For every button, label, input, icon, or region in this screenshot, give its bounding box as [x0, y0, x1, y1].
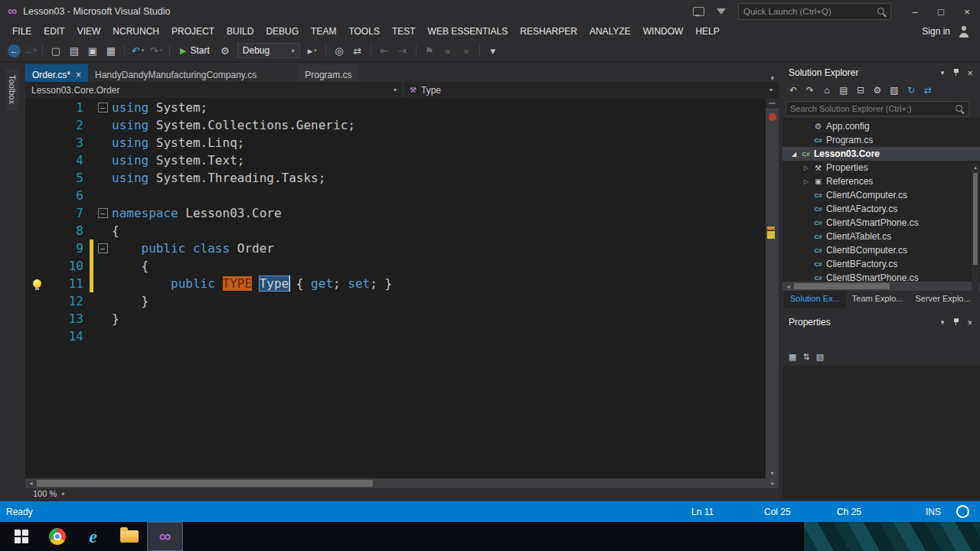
zoom-control[interactable]: 100 % ▾	[28, 489, 69, 498]
filter-icon[interactable]	[717, 8, 726, 15]
tree-item-program-cs[interactable]: C#Program.cs	[782, 133, 980, 147]
tab-program-cs[interactable]: Program.cs	[298, 64, 358, 82]
tree-item-clientbsmartphone-cs[interactable]: C#ClientBSmartPhone.cs	[782, 271, 980, 282]
code-line-7[interactable]: 7–namespace Lesson03.Core	[25, 204, 766, 222]
comment-icon[interactable]: «	[440, 43, 456, 58]
find-in-files-icon[interactable]: ◎	[332, 43, 347, 58]
internet-explorer-taskbar-button[interactable]: e	[75, 522, 111, 551]
close-icon[interactable]: ×	[76, 70, 81, 80]
undo-icon[interactable]: ↶▾	[130, 43, 145, 58]
collapse-region-icon[interactable]: –	[98, 243, 108, 253]
navigate-forward-icon[interactable]: →▾	[24, 44, 37, 57]
properties-window-icon[interactable]: ⚙	[870, 83, 885, 97]
tree-item-clientatablet-cs[interactable]: C#ClientATablet.cs	[782, 230, 980, 243]
file-explorer-taskbar-button[interactable]	[111, 522, 147, 551]
quick-launch[interactable]	[738, 3, 891, 20]
scroll-right-icon[interactable]: ▸	[767, 480, 779, 487]
start-button[interactable]: ▶Start	[180, 45, 210, 56]
solution-search-input[interactable]	[786, 104, 955, 113]
sync-with-active-icon[interactable]: ⇄	[920, 83, 936, 97]
tree-item-clientacomputer-cs[interactable]: C#ClientAComputer.cs	[782, 188, 980, 202]
navigate-back-icon[interactable]: ←	[8, 44, 21, 57]
feedback-icon[interactable]	[693, 7, 704, 16]
collapse-region-icon[interactable]: –	[98, 208, 108, 218]
menu-item-ncrunch[interactable]: NCRUNCH	[106, 24, 165, 39]
save-icon[interactable]: ▣	[85, 43, 100, 58]
menu-item-file[interactable]: FILE	[6, 24, 38, 39]
editor-vertical-scrollbar[interactable]: ▾	[766, 98, 779, 478]
code-line-8[interactable]: 8{	[25, 222, 766, 240]
tool-tab-server-explo[interactable]: Server Explo...	[909, 291, 976, 308]
code-line-5[interactable]: 5using System.Threading.Tasks;	[25, 169, 766, 187]
code-line-6[interactable]: 6	[25, 187, 766, 204]
feedback-circle-icon[interactable]	[956, 505, 969, 518]
quick-launch-input[interactable]	[739, 7, 877, 16]
categorized-icon[interactable]: ▦	[789, 352, 796, 362]
tree-vertical-scrollbar[interactable]: ▴	[972, 165, 979, 348]
home-icon[interactable]: ⌂	[819, 83, 835, 97]
properties-object-combo[interactable]	[782, 331, 980, 347]
collapse-region-icon[interactable]: –	[98, 103, 108, 112]
code-line-1[interactable]: 1–using System;	[25, 99, 766, 116]
tab-order-cs[interactable]: Order.cs*×	[25, 64, 88, 82]
menu-item-edit[interactable]: EDIT	[38, 24, 70, 39]
code-area[interactable]: 1–using System;2using System.Collections…	[25, 98, 766, 478]
indent-decrease-icon[interactable]: ⇤	[377, 43, 392, 58]
code-line-10[interactable]: 10 {	[25, 257, 766, 275]
chevron-down-icon[interactable]: ▾	[936, 67, 949, 79]
sign-in-link[interactable]: Sign in	[922, 26, 958, 37]
show-all-files-icon[interactable]: ▤	[836, 83, 851, 97]
code-line-3[interactable]: 3using System.Linq;	[25, 134, 766, 152]
debug-target-dropdown[interactable]: Debug▾	[237, 43, 300, 58]
scroll-down-icon[interactable]: ▾	[766, 470, 779, 477]
tree-item-clientbcomputer-cs[interactable]: C#ClientBComputer.cs	[782, 243, 980, 257]
minimize-button[interactable]: –	[902, 0, 928, 23]
menu-item-test[interactable]: TEST	[386, 24, 422, 39]
code-line-2[interactable]: 2using System.Collections.Generic;	[25, 116, 766, 134]
open-file-icon[interactable]: ▤	[67, 43, 82, 58]
indent-increase-icon[interactable]: ⇥	[395, 43, 410, 58]
expander-icon[interactable]: ◢	[789, 151, 799, 158]
expander-icon[interactable]: ▷	[801, 178, 812, 185]
toolbox-tab[interactable]: Toolbox	[6, 69, 18, 110]
code-line-11[interactable]: 11 public TYPE Type { get; set; }	[25, 275, 766, 292]
menu-item-web-essentials[interactable]: WEB ESSENTIALS	[422, 24, 514, 39]
tab-list-chevron-icon[interactable]: ▾	[770, 74, 774, 82]
tree-horizontal-scrollbar[interactable]: ◂ ▸	[782, 282, 980, 291]
start-menu-button[interactable]	[3, 522, 39, 551]
menu-item-tools[interactable]: TOOLS	[342, 24, 385, 39]
code-line-14[interactable]: 14	[25, 328, 766, 345]
alphabetical-icon[interactable]: ⇅	[802, 352, 809, 362]
sync-icon[interactable]: ⇄	[350, 43, 365, 58]
scroll-left-icon[interactable]: ◂	[25, 480, 37, 487]
scrollbar-thumb[interactable]	[37, 480, 373, 487]
tree-item-clientafactory-cs[interactable]: C#ClientAFactory.cs	[782, 202, 980, 216]
editor-horizontal-scrollbar[interactable]: ◂ ▸	[25, 478, 779, 488]
properties-grid[interactable]	[782, 366, 980, 499]
menu-item-resharper[interactable]: RESHARPER	[514, 24, 583, 39]
collapse-all-icon[interactable]: ⊟	[853, 83, 868, 97]
redo-navigation-icon[interactable]: ↷	[802, 83, 818, 97]
toolbar-options-icon[interactable]: ▾	[485, 43, 501, 58]
code-editor[interactable]: 1–using System;2using System.Collections…	[25, 98, 779, 478]
attach-icon[interactable]: ⚙	[217, 43, 233, 58]
refresh-icon[interactable]: ↻	[903, 83, 919, 97]
property-pages-icon[interactable]: ▧	[816, 352, 824, 362]
new-file-icon[interactable]: ▢	[48, 43, 64, 58]
scrollbar-thumb[interactable]	[973, 173, 978, 265]
tree-item-lesson03-core[interactable]: ◢C#Lesson03.Core	[782, 147, 980, 161]
chevron-down-icon[interactable]: ▾	[936, 316, 949, 328]
code-line-13[interactable]: 13}	[25, 310, 766, 328]
user-account-icon[interactable]	[958, 26, 969, 37]
close-icon[interactable]: ×	[963, 67, 977, 79]
lightbulb-icon[interactable]	[33, 279, 41, 288]
menu-item-help[interactable]: HELP	[689, 24, 725, 39]
menu-item-debug[interactable]: DEBUG	[260, 24, 305, 39]
menu-item-window[interactable]: WINDOW	[637, 24, 690, 39]
visual-studio-taskbar-button[interactable]: ∞	[147, 522, 183, 551]
run-dropdown-icon[interactable]: ▸▾	[305, 43, 320, 58]
splitter-handle-icon[interactable]	[766, 98, 779, 109]
menu-item-analyze[interactable]: ANALYZE	[583, 24, 637, 39]
tree-item-clientbfactory-cs[interactable]: C#ClientBFactory.cs	[782, 257, 980, 271]
redo-icon[interactable]: ↷▾	[149, 43, 164, 58]
